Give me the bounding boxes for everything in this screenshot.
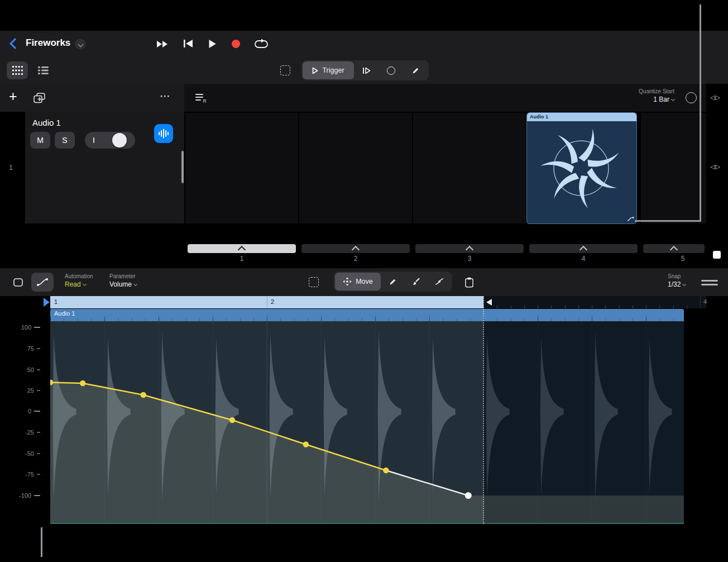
marquee-select-button[interactable] — [276, 61, 295, 79]
scene-trigger-1[interactable] — [188, 244, 296, 253]
top-toolbar: Fireworks 004 3 3 138 120.0 4/4C maj In … — [0, 31, 728, 58]
row-number: 1 — [9, 163, 13, 172]
pencil-cell-button[interactable] — [403, 61, 428, 79]
pencil-tool-button[interactable] — [381, 273, 404, 290]
clip-automation-icon[interactable] — [627, 216, 634, 222]
grid-cell-1[interactable] — [185, 113, 298, 223]
fast-forward-button[interactable] — [152, 36, 173, 53]
parameter-control[interactable]: Parameter Volume — [109, 273, 137, 288]
play-icon — [208, 39, 217, 49]
axis-label: 50 — [0, 366, 40, 373]
paste-button[interactable] — [459, 273, 479, 292]
back-button[interactable] — [8, 36, 22, 51]
mute-button[interactable]: M — [30, 132, 50, 149]
duplicate-track-button[interactable] — [31, 91, 47, 105]
axis-label: -75 — [0, 471, 40, 478]
scene-trigger-5[interactable] — [643, 244, 705, 253]
scene-play-icon — [352, 246, 360, 254]
automation-toolbar: Automation Read Parameter Volume Move — [0, 268, 728, 297]
automation-lane[interactable] — [50, 321, 706, 524]
fader-knob[interactable] — [112, 133, 127, 147]
automation-marquee-button[interactable] — [304, 273, 323, 291]
cycle-end-line — [483, 296, 484, 524]
scene-number-2: 2 — [299, 255, 412, 263]
marquee-icon — [309, 277, 319, 287]
quantize-start-control[interactable]: Quantize Start 1 Bar — [621, 88, 674, 103]
move-tool-button[interactable]: Move — [335, 273, 381, 290]
trigger-mode-button[interactable]: Trigger — [303, 61, 354, 79]
project-menu-button[interactable] — [75, 39, 86, 50]
scene-play-icon — [670, 246, 678, 254]
curve-tool-button[interactable] — [428, 273, 451, 290]
automation-region-header[interactable]: Audio 1 — [50, 309, 684, 321]
scene-trigger-3[interactable] — [415, 244, 524, 253]
grid-header: R Quantize Start 1 Bar — [184, 84, 706, 112]
scene-number-3: 3 — [413, 255, 526, 263]
automation-mode-control[interactable]: Automation Read — [65, 273, 93, 288]
cycle-button[interactable] — [250, 35, 272, 52]
cycle-end-marker[interactable] — [486, 299, 492, 306]
automation-mode-button[interactable] — [31, 273, 54, 292]
region-icon — [13, 278, 23, 287]
record-cell-button[interactable] — [379, 61, 403, 79]
grid-cell-2[interactable] — [299, 113, 412, 223]
column-expand-control[interactable]: ◁▷ — [710, 94, 721, 101]
chevron-down-icon — [133, 282, 137, 286]
editor-resize-handle[interactable] — [701, 277, 718, 288]
fader-tick — [93, 137, 94, 143]
curve-tool-icon — [434, 278, 444, 285]
go-to-beginning-button[interactable] — [178, 35, 199, 52]
tracks-view-icon — [38, 66, 49, 75]
axis-label: -50 — [0, 450, 40, 457]
track-type-button[interactable] — [154, 124, 173, 143]
record-button[interactable] — [226, 35, 246, 52]
quantize-toggle-button[interactable] — [686, 92, 697, 103]
panel-resize-handle[interactable] — [181, 151, 184, 183]
track-header[interactable]: Audio 1 M S — [25, 112, 184, 223]
axis-label: 100 — [0, 324, 40, 331]
grid-view-button[interactable] — [7, 61, 28, 79]
move-icon — [343, 277, 352, 286]
scene-edit-button[interactable]: R — [194, 91, 209, 104]
row-expand-control[interactable]: ◁▷ — [710, 163, 721, 170]
clipboard-icon — [465, 277, 473, 288]
cycle-icon — [254, 39, 269, 49]
chevron-down-icon — [682, 282, 686, 286]
scene-trigger-4[interactable] — [529, 244, 638, 253]
grid-cell-5[interactable] — [641, 113, 706, 223]
track-panel-more-button[interactable]: ⋯ — [160, 89, 170, 102]
automation-editor: 100 75 50 25 0 -25 -50 -75 -100 1 2 4 Au… — [0, 296, 728, 525]
automation-mode-value: Read — [65, 280, 93, 288]
scene-trigger-2[interactable] — [301, 244, 410, 253]
automation-label: Automation — [65, 273, 93, 279]
fast-forward-icon — [156, 40, 169, 48]
track-volume-slider[interactable] — [85, 132, 135, 149]
grid-cell-3[interactable] — [413, 113, 526, 223]
scene-play-icon — [238, 246, 246, 254]
bar-ruler[interactable]: 1 2 4 — [50, 296, 706, 308]
playhead[interactable] — [44, 298, 50, 307]
solo-button[interactable]: S — [55, 132, 75, 149]
chevron-down-icon — [83, 282, 87, 286]
snap-label: Snap — [668, 273, 686, 279]
scene-number-1: 1 — [185, 255, 298, 263]
scene-rows-icon: R — [195, 93, 208, 103]
brush-tool-button[interactable] — [404, 273, 428, 290]
region-mode-button[interactable] — [8, 273, 28, 292]
axis-label: 75 — [0, 345, 40, 352]
stop-all-button[interactable] — [713, 251, 721, 259]
svg-text:R: R — [203, 98, 207, 103]
tracks-view-button[interactable] — [32, 61, 54, 79]
pencil-icon — [411, 66, 420, 75]
brush-icon — [411, 277, 420, 286]
snap-control[interactable]: Snap 1/32 — [668, 273, 686, 288]
go-to-beginning-icon — [183, 39, 193, 48]
snap-value: 1/32 — [668, 280, 686, 288]
play-from-button[interactable] — [354, 61, 379, 79]
duplicate-icon — [33, 93, 45, 103]
play-button[interactable] — [202, 35, 222, 53]
grid-right-gutter: ◁▷ — [706, 84, 728, 112]
axis-label: 0 — [0, 408, 40, 415]
add-track-button[interactable]: + — [9, 88, 17, 104]
clip-audio[interactable]: Audio 1 — [527, 113, 636, 223]
